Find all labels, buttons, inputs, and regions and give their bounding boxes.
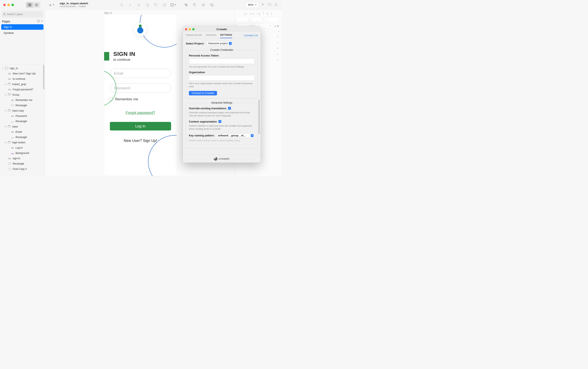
plugin-title: Crowdin bbox=[216, 28, 227, 31]
layer-shape[interactable]: Rectangle bbox=[0, 135, 45, 140]
components-view-button[interactable] bbox=[33, 2, 40, 8]
ungroup-icon[interactable] bbox=[153, 2, 159, 8]
layer-text[interactable]: AaRemember me bbox=[0, 98, 45, 103]
svg-point-23 bbox=[3, 13, 5, 15]
layer-group[interactable]: ▾login button bbox=[0, 140, 45, 145]
layer-text[interactable]: AaNew User? Sign Up! bbox=[0, 71, 45, 76]
login-button[interactable]: Log In bbox=[110, 122, 171, 130]
angle-input[interactable]: ° bbox=[266, 17, 280, 22]
layer-text[interactable]: AaLog In bbox=[0, 145, 45, 150]
tab-strings[interactable]: STRINGS bbox=[206, 34, 216, 38]
remember-me-row[interactable]: Remember me bbox=[109, 97, 177, 101]
flip-h-icon[interactable]: ▲ bbox=[274, 24, 277, 27]
preview-icon[interactable] bbox=[261, 3, 265, 7]
layers-scrollbar[interactable] bbox=[43, 65, 44, 89]
plugin-scrollbar[interactable] bbox=[259, 100, 260, 134]
scale-menu[interactable] bbox=[170, 2, 176, 8]
connect-button[interactable]: Connect to Crowdin bbox=[189, 91, 217, 95]
svg-rect-19 bbox=[203, 4, 204, 6]
subtract-icon[interactable] bbox=[192, 2, 198, 8]
pat-input[interactable] bbox=[189, 58, 255, 64]
search-placeholder: Search Layers bbox=[7, 13, 23, 16]
segmentation-checkbox[interactable]: ✓ bbox=[219, 120, 221, 123]
minimize-window-icon[interactable] bbox=[189, 28, 191, 30]
tab-settings[interactable]: SETTINGS bbox=[220, 34, 232, 38]
align-icon[interactable] bbox=[136, 2, 142, 8]
layer-shape[interactable]: Rectangle bbox=[0, 119, 45, 124]
layer-text[interactable]: AaEmail bbox=[0, 129, 45, 135]
minimize-window-icon[interactable] bbox=[7, 4, 10, 6]
artboard-signin[interactable]: SIGN IN to continue Email Password Remem… bbox=[104, 15, 177, 176]
union-icon[interactable] bbox=[183, 2, 189, 8]
align-bottom-icon[interactable]: ⟘ bbox=[270, 12, 273, 16]
page-item-symbols[interactable]: Symbols bbox=[1, 30, 43, 36]
layer-shape[interactable]: Rectangle bbox=[0, 103, 45, 108]
svg-rect-3 bbox=[37, 4, 38, 5]
close-window-icon[interactable] bbox=[185, 28, 187, 30]
app-titlebar: ＋ sign_in_impact.sketch Local Document —… bbox=[0, 0, 282, 10]
signin-heading: SIGN IN bbox=[113, 51, 135, 57]
difference-icon[interactable] bbox=[209, 2, 215, 8]
svg-rect-5 bbox=[37, 5, 38, 6]
key-pattern-value: artboard__group__elemen bbox=[218, 134, 247, 137]
align-hcenter-icon[interactable]: ⟷ bbox=[250, 12, 254, 16]
layer-text[interactable]: AaPassword bbox=[0, 113, 45, 119]
search-layers-input[interactable]: Search Layers bbox=[2, 11, 43, 18]
align-vcenter-icon[interactable]: ≡ bbox=[266, 12, 268, 16]
email-field[interactable]: Email bbox=[110, 69, 171, 78]
pages-collapse-icon[interactable] bbox=[41, 21, 43, 22]
layer-oval[interactable]: Oval Copy 3 bbox=[0, 166, 45, 172]
layer-shape[interactable]: Background bbox=[0, 150, 45, 156]
layer-group[interactable]: ▾input copy bbox=[0, 108, 45, 113]
layer-shape[interactable]: Rectangle bbox=[0, 161, 45, 166]
y-input[interactable]: Y bbox=[252, 17, 265, 22]
contact-us-link[interactable]: Contact Us bbox=[244, 34, 258, 38]
artboard-name[interactable]: sign_in bbox=[104, 11, 112, 14]
align-left-icon[interactable]: |⟞ bbox=[244, 12, 248, 16]
key-pattern-select[interactable]: artboard__group__elemen bbox=[216, 133, 255, 138]
layer-text[interactable]: Aasign-in bbox=[0, 156, 45, 161]
align-top-icon[interactable]: ⟙ bbox=[262, 12, 264, 16]
close-window-icon[interactable] bbox=[3, 4, 6, 6]
project-select[interactable]: Awesome project bbox=[206, 41, 233, 46]
intersect-icon[interactable] bbox=[200, 2, 206, 8]
add-page-button[interactable] bbox=[37, 20, 40, 23]
tab-translation[interactable]: TRANSLATION bbox=[185, 34, 202, 38]
accent-rectangle bbox=[104, 52, 109, 60]
search-icon bbox=[3, 13, 6, 16]
svg-line-11 bbox=[164, 4, 166, 6]
zoom-window-icon[interactable] bbox=[11, 4, 14, 6]
override-checkbox[interactable]: ✓ bbox=[228, 107, 231, 110]
x-input[interactable]: X bbox=[237, 17, 251, 22]
page-item-signin[interactable]: Sign In bbox=[1, 24, 43, 30]
forward-icon[interactable] bbox=[127, 2, 133, 8]
layer-group[interactable]: ▸impact_gray bbox=[0, 81, 45, 87]
svg-rect-12 bbox=[171, 4, 173, 6]
cloud-icon[interactable] bbox=[267, 3, 272, 7]
svg-rect-14 bbox=[186, 4, 188, 6]
create-symbol-icon[interactable] bbox=[119, 2, 125, 8]
group-icon[interactable] bbox=[144, 2, 150, 8]
zoom-window-icon[interactable] bbox=[192, 28, 195, 30]
credentials-legend: Crowdin Credentials bbox=[209, 49, 235, 51]
zoom-control[interactable]: 90% bbox=[245, 2, 259, 8]
layer-text[interactable]: Aato-continue bbox=[0, 76, 45, 81]
pat-hint: You can generate it in your Crowdin Acco… bbox=[189, 65, 255, 68]
svg-rect-16 bbox=[194, 4, 196, 6]
rotate-icon[interactable] bbox=[161, 2, 168, 8]
password-field[interactable]: Password bbox=[110, 83, 171, 93]
canvas-view-button[interactable] bbox=[26, 2, 33, 8]
notifications-icon[interactable] bbox=[274, 3, 278, 7]
flip-v-icon[interactable]: ▶ bbox=[277, 24, 279, 27]
section-collapse-icon[interactable]: ⌄ bbox=[277, 29, 280, 32]
forgot-password-link[interactable]: Forgot password? bbox=[104, 111, 177, 115]
layer-text[interactable]: AaForgot password? bbox=[0, 87, 45, 92]
plugin-tabs: TRANSLATION STRINGS SETTINGS Contact Us bbox=[183, 32, 261, 38]
layer-group[interactable]: ▾Group bbox=[0, 92, 45, 98]
org-input[interactable] bbox=[189, 75, 255, 81]
align-right-icon[interactable]: ⟞| bbox=[256, 12, 260, 16]
insert-menu[interactable]: ＋ bbox=[48, 3, 54, 7]
layer-group[interactable]: ▾input bbox=[0, 124, 45, 129]
svg-line-24 bbox=[5, 15, 6, 15]
layer-artboard[interactable]: ▾sign_in bbox=[0, 66, 45, 71]
